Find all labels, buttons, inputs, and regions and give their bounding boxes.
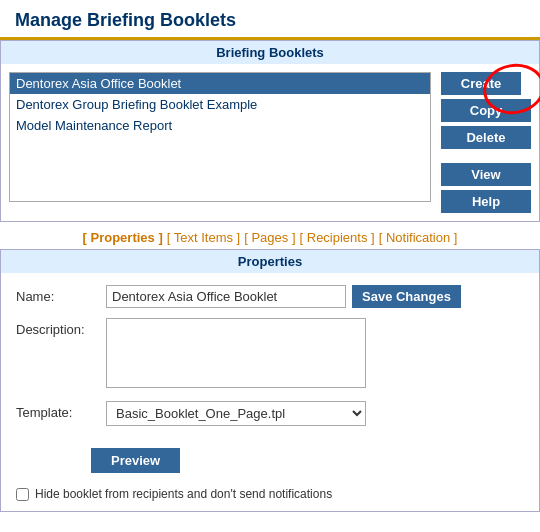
form-body: Name: Save Changes Description: Template… — [1, 273, 539, 448]
name-row: Name: Save Changes — [16, 285, 524, 308]
name-field-group: Save Changes — [106, 285, 524, 308]
template-field-group: Basic_Booklet_One_Page.tpl — [106, 401, 524, 426]
delete-button[interactable]: Delete — [441, 126, 531, 149]
properties-section-header: Properties — [1, 250, 539, 273]
list-item[interactable]: Dentorex Asia Office Booklet — [10, 73, 430, 94]
page-title: Manage Briefing Booklets — [0, 0, 540, 40]
booklets-section: Briefing Booklets Dentorex Asia Office B… — [0, 40, 540, 222]
tab-text-items[interactable]: [ Text Items ] — [167, 230, 240, 245]
view-button[interactable]: View — [441, 163, 531, 186]
copy-button[interactable]: Copy — [441, 99, 531, 122]
hide-booklet-checkbox[interactable] — [16, 488, 29, 501]
tab-recipients[interactable]: [ Recipients ] — [300, 230, 375, 245]
properties-section: Properties Name: Save Changes Descriptio… — [0, 249, 540, 512]
template-label: Template: — [16, 401, 106, 420]
checkbox-label: Hide booklet from recipients and don't s… — [35, 487, 332, 501]
preview-button[interactable]: Preview — [91, 448, 180, 473]
description-field-group — [106, 318, 524, 391]
description-label: Description: — [16, 318, 106, 337]
booklets-section-header: Briefing Booklets — [1, 41, 539, 64]
checkbox-row: Hide booklet from recipients and don't s… — [1, 483, 539, 511]
booklet-list[interactable]: Dentorex Asia Office Booklet Dentorex Gr… — [9, 72, 431, 202]
list-item[interactable]: Model Maintenance Report — [10, 115, 430, 136]
description-row: Description: — [16, 318, 524, 391]
save-changes-button[interactable]: Save Changes — [352, 285, 461, 308]
create-button[interactable]: Create — [441, 72, 521, 95]
tab-notification[interactable]: [ Notification ] — [379, 230, 458, 245]
name-input[interactable] — [106, 285, 346, 308]
tab-properties[interactable]: [ Properties ] — [83, 230, 163, 245]
help-button[interactable]: Help — [441, 190, 531, 213]
name-label: Name: — [16, 285, 106, 304]
template-select[interactable]: Basic_Booklet_One_Page.tpl — [106, 401, 366, 426]
list-item[interactable]: Dentorex Group Briefing Booklet Example — [10, 94, 430, 115]
tabs-row: [ Properties ] [ Text Items ] [ Pages ] … — [0, 222, 540, 249]
tab-pages[interactable]: [ Pages ] — [244, 230, 295, 245]
booklet-buttons: Create Copy Delete View Help — [441, 72, 531, 213]
booklets-body: Dentorex Asia Office Booklet Dentorex Gr… — [1, 64, 539, 221]
template-row: Template: Basic_Booklet_One_Page.tpl — [16, 401, 524, 426]
description-input[interactable] — [106, 318, 366, 388]
